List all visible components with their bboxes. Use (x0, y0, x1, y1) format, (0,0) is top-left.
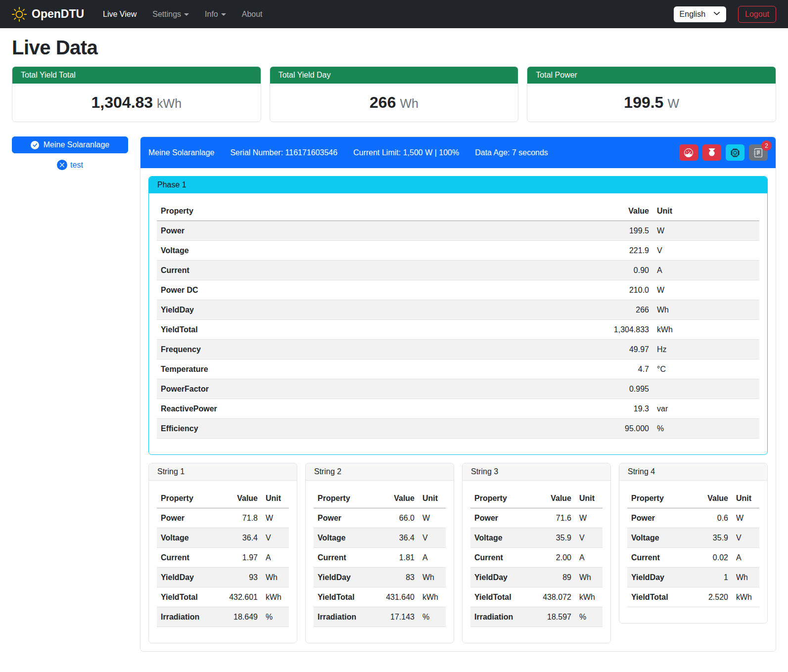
value-cell: 66.0 (374, 508, 418, 528)
serial-number: Serial Number: 116171603546 (230, 148, 337, 157)
column-value: Value (531, 489, 575, 508)
total-power-card: Total Power 199.5W (527, 66, 776, 122)
unit-cell: kWh (262, 587, 289, 607)
string-title: String 2 (306, 463, 454, 481)
firmware-info-button[interactable] (726, 144, 744, 161)
value-cell: 36.4 (374, 528, 418, 548)
unit-cell: °C (653, 359, 759, 379)
limit-settings-button[interactable] (679, 144, 698, 161)
property-cell: YieldDay (470, 568, 531, 587)
property-cell: Current (157, 548, 217, 568)
unit-cell: Wh (262, 568, 289, 587)
table-row: YieldTotal431.640kWh (314, 587, 446, 607)
value-cell: 210.0 (586, 280, 653, 300)
data-age: Data Age: 7 seconds (475, 148, 548, 157)
property-cell: YieldDay (157, 568, 217, 587)
event-log-button[interactable]: 2 (749, 144, 768, 161)
value-cell: 1,304.833 (586, 320, 653, 340)
card-title: Total Yield Total (12, 67, 261, 84)
property-cell: Power (157, 221, 586, 241)
value-cell: 35.9 (688, 528, 732, 548)
property-cell: YieldTotal (470, 587, 531, 607)
value-cell: 4.7 (586, 359, 653, 379)
property-cell: Irradiation (314, 607, 374, 627)
inverter-test-link[interactable]: test (12, 160, 128, 170)
chevron-down-icon (184, 13, 189, 16)
string-2-table: Property Value Unit Power66.0WVoltage36.… (314, 489, 446, 627)
table-row: YieldTotal2.520kWh (627, 587, 759, 607)
unit-cell: % (418, 607, 446, 627)
inverter-panel: Meine Solaranlage Serial Number: 1161716… (140, 136, 776, 652)
table-row: Frequency49.97Hz (157, 340, 759, 359)
property-cell: ReactivePower (157, 399, 586, 419)
value-cell: 71.6 (531, 508, 575, 528)
unit-cell: Wh (575, 568, 603, 587)
card-title: Total Yield Day (270, 67, 518, 84)
table-row: YieldDay89Wh (470, 568, 603, 587)
table-row: Current1.97A (157, 548, 289, 568)
property-cell: YieldTotal (157, 320, 586, 340)
table-row: ReactivePower19.3var (157, 399, 759, 419)
value-cell: 431.640 (374, 587, 418, 607)
cpu-icon (731, 148, 740, 157)
string-4-card: String 4 Property Value Unit (619, 463, 768, 624)
table-row: Voltage36.4V (314, 528, 446, 548)
value-cell: 0.02 (688, 548, 732, 568)
property-cell: YieldDay (314, 568, 374, 587)
table-header-row: Property Value Unit (314, 489, 446, 508)
unit-cell: A (732, 548, 759, 568)
table-row: YieldTotal432.601kWh (157, 587, 289, 607)
table-row: Current0.02A (627, 548, 759, 568)
column-value: Value (688, 489, 732, 508)
property-cell: PowerFactor (157, 379, 586, 399)
column-unit: Unit (653, 201, 759, 221)
nav-link-about[interactable]: About (236, 6, 269, 23)
card-unit: kWh (157, 96, 182, 110)
unit-cell: % (653, 419, 759, 439)
page-title: Live Data (12, 37, 776, 59)
property-cell: Voltage (314, 528, 374, 548)
nav-link-live-view[interactable]: Live View (97, 6, 142, 23)
nav-link-settings[interactable]: Settings (146, 6, 195, 23)
value-cell: 438.072 (531, 587, 575, 607)
table-row: YieldDay1Wh (627, 568, 759, 587)
brand[interactable]: OpenDTU (12, 7, 84, 22)
value-cell: 1.97 (217, 548, 262, 568)
inverter-name: Meine Solaranlage (148, 148, 214, 157)
table-row: YieldTotal1,304.833kWh (157, 320, 759, 340)
power-button[interactable] (702, 144, 721, 161)
unit-cell: V (262, 528, 289, 548)
string-title: String 1 (149, 463, 297, 481)
strings-row: String 1 Property Value Unit (148, 463, 768, 643)
column-property: Property (314, 489, 374, 508)
unit-cell: Wh (418, 568, 446, 587)
column-property: Property (157, 201, 586, 221)
nav-link-label: About (242, 10, 263, 19)
table-header-row: Property Value Unit (627, 489, 759, 508)
logout-button[interactable]: Logout (738, 6, 776, 23)
language-select[interactable]: English (674, 6, 726, 22)
column-value: Value (586, 201, 653, 221)
value-cell: 17.143 (374, 607, 418, 627)
card-unit: Wh (400, 96, 418, 110)
table-row: PowerFactor0.995 (157, 379, 759, 399)
summary-cards-row: Total Yield Total 1,304.83kWh Total Yiel… (12, 66, 776, 122)
table-row: YieldDay266Wh (157, 300, 759, 320)
nav-link-info[interactable]: Info (199, 6, 232, 23)
total-yield-total-card: Total Yield Total 1,304.83kWh (12, 66, 261, 122)
value-cell: 221.9 (586, 241, 653, 261)
table-row: Current0.90A (157, 261, 759, 280)
property-cell: Power (627, 508, 688, 528)
table-row: Temperature4.7°C (157, 359, 759, 379)
event-count-badge: 2 (761, 140, 772, 151)
unit-cell: kWh (575, 587, 603, 607)
value-cell: 83 (374, 568, 418, 587)
property-cell: Power (470, 508, 531, 528)
property-cell: YieldDay (157, 300, 586, 320)
string-1-card: String 1 Property Value Unit (148, 463, 297, 643)
property-cell: Frequency (157, 340, 586, 359)
string-title: String 4 (619, 463, 767, 481)
property-cell: YieldTotal (157, 587, 217, 607)
unit-cell: % (262, 607, 289, 627)
inverter-select-button[interactable]: Meine Solaranlage (12, 136, 128, 153)
